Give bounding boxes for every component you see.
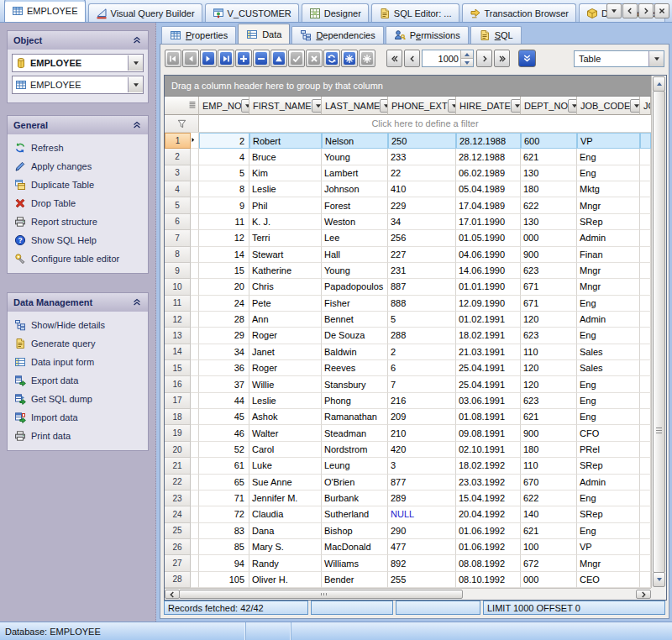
- cell[interactable]: 14.06.1990: [456, 263, 521, 279]
- cell[interactable]: Sales: [577, 360, 640, 376]
- cell[interactable]: Eng: [577, 149, 640, 165]
- tab-designer[interactable]: Designer: [302, 3, 369, 22]
- cell[interactable]: Weston: [322, 214, 388, 230]
- table-row[interactable]: 1434JanetBaldwin221.03.1991110Sales: [165, 344, 651, 360]
- cell[interactable]: Nordstrom: [322, 442, 388, 458]
- cell[interactable]: Admin: [577, 312, 640, 328]
- cell[interactable]: [640, 214, 651, 230]
- cell[interactable]: 110: [521, 458, 577, 474]
- cell[interactable]: Eng: [577, 165, 640, 181]
- cell[interactable]: Reeves: [322, 360, 388, 376]
- cell[interactable]: 622: [521, 197, 577, 213]
- cell[interactable]: 25.04.1991: [456, 360, 521, 376]
- cell[interactable]: Jennifer M.: [249, 490, 322, 506]
- column-filter-button[interactable]: [511, 99, 521, 113]
- cell[interactable]: 45: [199, 409, 249, 425]
- cell[interactable]: Phil: [249, 197, 322, 213]
- cell[interactable]: 233: [388, 149, 456, 165]
- cell[interactable]: 83: [199, 523, 249, 539]
- cell[interactable]: [640, 523, 651, 539]
- tab-sql[interactable]: SQL: [470, 26, 522, 44]
- column-header-job-code[interactable]: JOB_CODE: [577, 97, 640, 115]
- cell[interactable]: CEO: [577, 572, 640, 588]
- row-number-cell[interactable]: 18: [165, 409, 191, 425]
- row-number-cell[interactable]: 13: [165, 328, 191, 344]
- cell[interactable]: 130: [521, 165, 577, 181]
- table-row[interactable]: 1124PeteFisher88812.09.1990671Eng: [165, 296, 651, 312]
- cell[interactable]: 7: [388, 376, 456, 392]
- row-number-cell[interactable]: 26: [165, 539, 191, 555]
- first-page-button[interactable]: [386, 50, 402, 67]
- last-page-button[interactable]: [494, 50, 510, 67]
- vertical-scrollbar[interactable]: [651, 76, 666, 588]
- row-number-cell[interactable]: 10: [165, 279, 191, 295]
- stop-fetch-button[interactable]: [359, 50, 375, 67]
- cell[interactable]: 231: [388, 263, 456, 279]
- cell[interactable]: Bishop: [322, 523, 388, 539]
- sidebar-item-report-structure[interactable]: Report structure: [12, 212, 144, 231]
- cell[interactable]: [640, 296, 651, 312]
- cell[interactable]: Sue Anne: [249, 475, 322, 490]
- row-number-cell[interactable]: 21: [165, 458, 191, 474]
- row-number-cell[interactable]: 5: [165, 197, 191, 213]
- sidebar-item-show-hide-details[interactable]: Show/Hide details: [12, 316, 144, 334]
- tab-sql-editor[interactable]: SQL Editor: ...: [371, 3, 459, 22]
- cell[interactable]: Sutherland: [322, 506, 388, 522]
- cell[interactable]: 18.02.1991: [456, 328, 521, 344]
- cell[interactable]: 28.12.1988: [456, 133, 521, 149]
- cell[interactable]: Bennet: [322, 312, 388, 328]
- tab-scroll-right-button[interactable]: [638, 3, 654, 18]
- cell[interactable]: 000: [521, 230, 577, 246]
- cell[interactable]: 227: [388, 247, 456, 263]
- cell[interactable]: 22: [388, 165, 456, 181]
- cell[interactable]: 09.08.1991: [456, 425, 521, 441]
- cell[interactable]: 20.04.1992: [456, 506, 521, 522]
- cell[interactable]: 622: [521, 490, 577, 506]
- cell[interactable]: [640, 490, 651, 506]
- cell[interactable]: Eng: [577, 296, 640, 312]
- cell[interactable]: NULL: [388, 506, 456, 522]
- cell[interactable]: 672: [521, 555, 577, 571]
- table-row[interactable]: 28105Oliver H.Bender25508.10.1992000CEO: [165, 572, 651, 588]
- tab-visual-query-builder[interactable]: Visual Query Builder: [88, 3, 202, 22]
- table-row[interactable]: 1845AshokRamanathan20901.08.1991621Eng: [165, 409, 651, 425]
- cell[interactable]: 05.04.1989: [456, 181, 521, 197]
- cell[interactable]: Eng: [577, 490, 640, 506]
- cell[interactable]: 65: [199, 475, 249, 490]
- row-number-cell[interactable]: 19: [165, 425, 191, 441]
- tab-scroll-left-button[interactable]: [622, 3, 638, 18]
- cell[interactable]: 85: [199, 539, 249, 555]
- cell[interactable]: 621: [521, 149, 577, 165]
- first-record-button[interactable]: [165, 50, 181, 67]
- column-filter-button[interactable]: [312, 99, 322, 113]
- row-number-cell[interactable]: 23: [165, 490, 191, 506]
- table-row[interactable]: 59PhilForest22917.04.1989622Mngr: [165, 197, 651, 213]
- cell[interactable]: 623: [521, 328, 577, 344]
- cell[interactable]: 01.01.1990: [456, 279, 521, 295]
- cell[interactable]: Steadman: [322, 425, 388, 441]
- column-header-emp-no[interactable]: EMP_NO: [199, 97, 249, 115]
- cell[interactable]: [640, 475, 651, 490]
- cell[interactable]: 71: [199, 490, 249, 506]
- cell[interactable]: Mktg: [577, 181, 640, 197]
- cell[interactable]: Claudia: [249, 506, 322, 522]
- cell[interactable]: 21.03.1991: [456, 344, 521, 360]
- sidebar-item-configure-table-editor[interactable]: Configure table editor: [12, 249, 144, 268]
- cell[interactable]: 06.02.1989: [456, 165, 521, 181]
- cell[interactable]: Admin: [577, 230, 640, 246]
- cell[interactable]: [640, 344, 651, 360]
- cell[interactable]: Eng: [577, 409, 640, 425]
- cell[interactable]: 420: [388, 442, 456, 458]
- cell[interactable]: 17.01.1990: [456, 214, 521, 230]
- cell[interactable]: 20: [199, 279, 249, 295]
- cell[interactable]: Eng: [577, 523, 640, 539]
- cell[interactable]: [640, 263, 651, 279]
- scroll-down-button[interactable]: [653, 572, 665, 587]
- row-number-cell[interactable]: 24: [165, 506, 191, 522]
- cell[interactable]: Randy: [249, 555, 322, 571]
- row-number-cell[interactable]: 20: [165, 442, 191, 458]
- cell[interactable]: SRep: [577, 214, 640, 230]
- row-number-cell[interactable]: 17: [165, 393, 191, 409]
- combobox-dropdown-button[interactable]: [128, 77, 143, 92]
- cell[interactable]: Mngr: [577, 197, 640, 213]
